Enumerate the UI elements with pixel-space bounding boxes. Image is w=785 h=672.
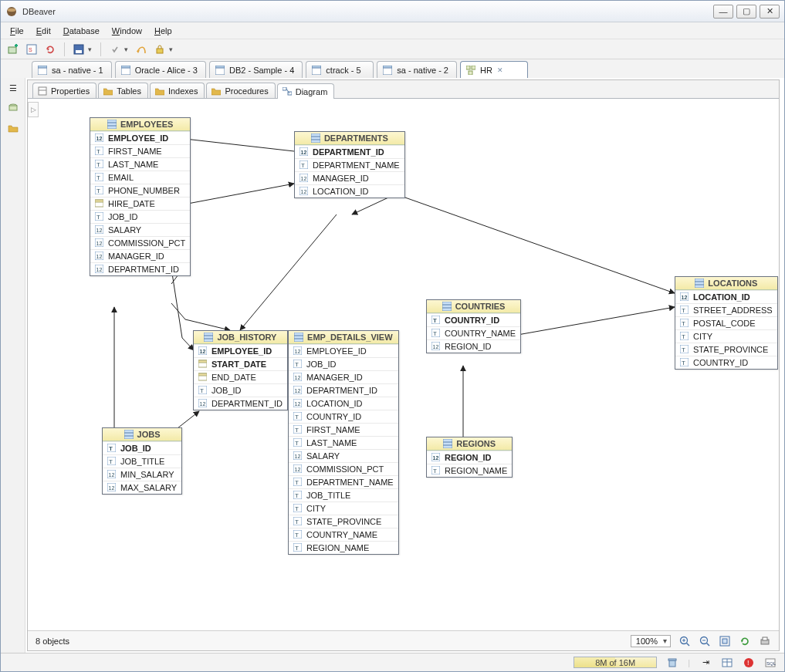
subtab-diagram[interactable]: Diagram [277,83,335,99]
er-column[interactable]: TFIRST_NAME [90,144,190,157]
er-column[interactable]: 12REGION_ID [427,451,512,464]
er-column[interactable]: TDEPARTMENT_NAME [289,475,398,488]
er-column[interactable]: TJOB_ID [90,210,190,223]
er-column[interactable]: START_DATE [194,357,287,370]
er-column[interactable]: 12DEPARTMENT_ID [295,145,404,158]
er-table-header[interactable]: EMP_DETAILS_VIEW [289,331,398,344]
save-button[interactable] [71,42,86,57]
zoom-in-icon[interactable] [678,635,691,647]
refresh-button[interactable] [42,42,58,57]
minimize-button[interactable]: — [713,5,733,19]
er-column[interactable]: 12MAX_SALARY [103,481,181,494]
er-column[interactable]: 12DEPARTMENT_ID [289,383,398,397]
er-table-jobs[interactable]: JOBSTJOB_IDTJOB_TITLE12MIN_SALARY12MAX_S… [102,427,182,495]
er-table-header[interactable]: COUNTRIES [427,300,520,313]
sql-console-icon[interactable]: SQL [764,657,777,669]
er-column[interactable]: TCOUNTRY_ID [289,410,398,423]
er-column[interactable]: 12EMPLOYEE_ID [194,344,287,357]
subtab-properties[interactable]: Properties [32,83,96,98]
er-table-header[interactable]: REGIONS [427,437,512,451]
sql-editor-button[interactable]: S [24,42,39,57]
er-column[interactable]: 12SALARY [90,223,190,236]
subtab-tables[interactable]: Tables [98,83,148,98]
lock-button[interactable] [152,42,167,57]
outline-icon[interactable]: ☰ [6,81,20,95]
grid-icon[interactable] [721,657,733,669]
er-column[interactable]: 12EMPLOYEE_ID [90,131,190,144]
er-table-header[interactable]: JOBS [103,428,181,441]
er-column[interactable]: TREGION_NAME [427,464,512,477]
fit-to-screen-icon[interactable] [719,635,731,647]
menu-file[interactable]: File [4,25,30,37]
er-table-regions[interactable]: REGIONS12REGION_IDTREGION_NAME [426,437,513,478]
er-column[interactable]: TCOUNTRY_ID [675,356,777,369]
er-column[interactable]: TFIRST_NAME [289,423,398,436]
menu-edit[interactable]: Edit [30,25,57,37]
er-column[interactable]: 12COMMISSION_PCT [90,236,190,249]
editor-tab-4[interactable]: sa - native - 2 [377,61,457,78]
er-column[interactable]: TCOUNTRY_NAME [289,528,398,541]
er-table-header[interactable]: DEPARTMENTS [295,132,404,145]
er-column[interactable]: 12DEPARTMENT_ID [90,262,190,275]
er-table-header[interactable]: JOB_HISTORY [194,331,287,344]
er-column[interactable]: 12LOCATION_ID [289,397,398,410]
er-table-header[interactable]: EMPLOYEES [90,118,190,131]
save-dropdown-icon[interactable]: ▾ [88,46,94,53]
titlebar[interactable]: DBeaver — ▢ ✕ [1,1,784,22]
zoom-out-icon[interactable] [699,635,711,647]
er-column[interactable]: 12SALARY [289,449,398,462]
commit-dropdown-icon[interactable]: ▾ [124,46,130,53]
commit-button[interactable] [107,42,123,57]
er-column[interactable]: 12LOCATION_ID [675,290,777,303]
er-table-countries[interactable]: COUNTRIESTCOUNTRY_IDTCOUNTRY_NAME12REGIO… [426,299,521,353]
menu-database[interactable]: Database [57,25,106,37]
er-column[interactable]: TDEPARTMENT_NAME [295,158,404,171]
er-table-header[interactable]: LOCATIONS [675,277,777,290]
er-column[interactable]: TJOB_ID [103,441,181,454]
er-column[interactable]: END_DATE [194,370,287,383]
er-column[interactable]: TREGION_NAME [289,541,398,554]
er-column[interactable]: TCOUNTRY_ID [427,313,520,326]
er-table-jobhistory[interactable]: JOB_HISTORY12EMPLOYEE_IDSTART_DATEEND_DA… [193,330,288,410]
editor-tab-1[interactable]: Oracle - Alice - 3 [115,61,206,78]
er-column[interactable]: TSTATE_PROVINCE [289,515,398,528]
er-column[interactable]: TCITY [289,501,398,515]
er-column[interactable]: 12REGION_ID [427,339,520,353]
er-column[interactable]: TSTATE_PROVINCE [675,343,777,356]
print-icon[interactable] [759,635,771,647]
er-column[interactable]: TJOB_TITLE [289,488,398,501]
diagram-area[interactable]: ▷ EMPLOYEES12EMPLOYEE_IDTFIRST_NAMETLAST… [28,99,779,630]
er-column[interactable]: TJOB_TITLE [103,454,181,468]
projects-icon[interactable] [6,121,20,135]
subtab-indexes[interactable]: Indexes [150,83,205,98]
er-column[interactable]: HIRE_DATE [90,197,190,210]
er-table-employees[interactable]: EMPLOYEES12EMPLOYEE_IDTFIRST_NAMETLAST_N… [90,117,191,276]
error-log-icon[interactable]: ! [743,657,755,669]
er-column[interactable]: 12EMPLOYEE_ID [289,344,398,357]
er-table-departments[interactable]: DEPARTMENTS12DEPARTMENT_IDTDEPARTMENT_NA… [294,131,405,198]
er-column[interactable]: TSTREET_ADDRESS [675,303,777,316]
subtab-procedures[interactable]: Procedures [206,83,275,98]
refresh-diagram-icon[interactable] [739,635,751,647]
lock-dropdown-icon[interactable]: ▾ [169,46,175,53]
close-icon[interactable]: ✕ [497,66,503,74]
er-column[interactable]: TJOB_ID [194,383,287,397]
er-column[interactable]: 12MANAGER_ID [90,249,190,262]
er-column[interactable]: TEMAIL [90,171,190,184]
er-table-empdetails[interactable]: EMP_DETAILS_VIEW12EMPLOYEE_IDTJOB_ID12MA… [288,330,399,555]
rollback-button[interactable] [134,42,149,57]
editor-tab-3[interactable]: ctrack - 5 [306,61,374,78]
close-window-button[interactable]: ✕ [760,5,780,19]
er-table-locations[interactable]: LOCATIONS12LOCATION_IDTSTREET_ADDRESSTPO… [675,276,778,370]
er-column[interactable]: 12MIN_SALARY [103,468,181,481]
format-icon[interactable]: ⇥ [699,657,712,669]
er-column[interactable]: TCITY [675,329,777,343]
database-navigator-icon[interactable] [6,101,20,115]
er-column[interactable]: 12LOCATION_ID [295,184,404,198]
er-column[interactable]: TPOSTAL_CODE [675,316,777,329]
editor-tab-0[interactable]: sa - native - 1 [32,61,112,78]
menu-window[interactable]: Window [106,25,148,37]
er-column[interactable]: TPHONE_NUMBER [90,184,190,197]
er-column[interactable]: TCOUNTRY_NAME [427,326,520,339]
maximize-button[interactable]: ▢ [736,5,756,19]
